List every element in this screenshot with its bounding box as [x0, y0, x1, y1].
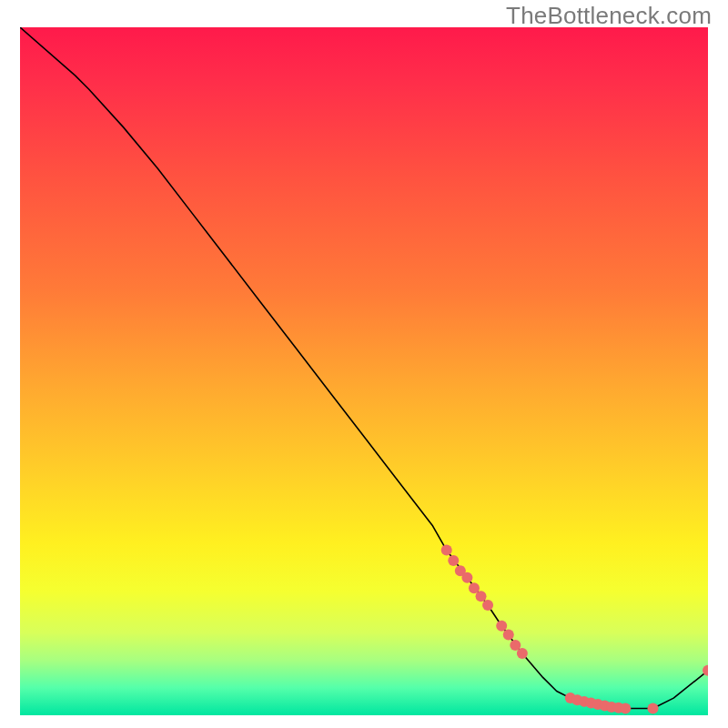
- marker-point: [461, 572, 472, 583]
- plot-area: [20, 27, 708, 715]
- marker-point: [503, 630, 514, 641]
- marker-point: [441, 545, 452, 556]
- bottleneck-curve: [20, 27, 708, 708]
- marker-point: [496, 621, 507, 632]
- marker-point: [448, 555, 459, 566]
- chart-overlay: [20, 27, 708, 715]
- marker-point: [476, 591, 487, 602]
- marker-point: [482, 600, 493, 611]
- watermark-text: TheBottleneck.com: [506, 2, 712, 30]
- marker-point: [620, 703, 631, 713]
- marker-point: [517, 648, 528, 659]
- marker-point: [648, 703, 659, 713]
- highlighted-points: [441, 545, 708, 714]
- chart-stage: TheBottleneck.com: [0, 0, 728, 728]
